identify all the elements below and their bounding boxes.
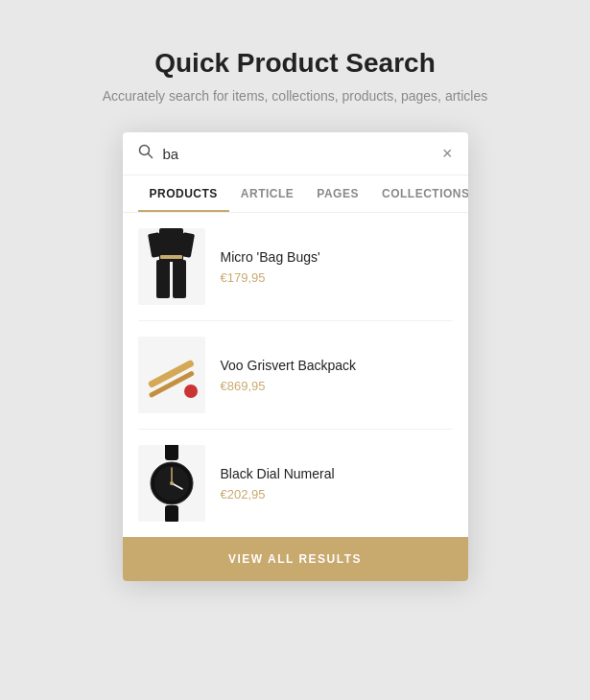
product-name-2: Voo Grisvert Backpack [221,358,453,373]
page-title: Quick Product Search [103,48,488,79]
svg-rect-5 [156,260,170,298]
clear-icon[interactable]: × [442,145,453,162]
result-info-3: Black Dial Numeral €202,95 [221,466,453,502]
list-item[interactable]: Voo Grisvert Backpack €869,95 [138,321,453,430]
product-image-3 [138,445,205,522]
search-icon [138,144,153,163]
product-image-1 [138,228,205,305]
result-info-2: Voo Grisvert Backpack €869,95 [221,358,453,393]
page-header: Quick Product Search Accurately search f… [103,48,488,104]
svg-rect-12 [165,505,178,523]
product-price-2: €869,95 [221,379,453,393]
svg-rect-11 [165,445,178,460]
svg-line-1 [148,154,152,158]
product-price-3: €202,95 [221,487,453,502]
search-modal: × PRODUCTS ARTICLE PAGES COLLECTIONS [123,132,468,581]
search-input[interactable] [163,146,442,162]
tab-article[interactable]: ARTICLE [229,175,306,212]
result-info-1: Micro 'Bag Bugs' €179,95 [221,249,453,285]
svg-point-10 [184,385,198,398]
page-subtitle: Accurately search for items, collections… [103,88,488,104]
tab-pages[interactable]: PAGES [305,175,370,212]
tabs: PRODUCTS ARTICLE PAGES COLLECTIONS [123,175,468,213]
tab-products[interactable]: PRODUCTS [138,175,229,212]
product-name-3: Black Dial Numeral [221,466,453,481]
svg-rect-6 [173,260,186,298]
view-all-button[interactable]: VIEW ALL RESULTS [123,537,468,581]
svg-rect-7 [160,255,182,259]
svg-point-17 [170,481,174,485]
list-item[interactable]: Micro 'Bag Bugs' €179,95 [138,213,453,321]
list-item[interactable]: Black Dial Numeral €202,95 [138,430,453,537]
product-name-1: Micro 'Bag Bugs' [221,249,453,265]
product-price-1: €179,95 [221,270,453,285]
tab-collections[interactable]: COLLECTIONS [370,175,468,212]
search-bar: × [123,132,468,175]
results-container: Micro 'Bag Bugs' €179,95 Voo Grisvert Ba… [123,213,468,537]
product-image-2 [138,337,205,413]
